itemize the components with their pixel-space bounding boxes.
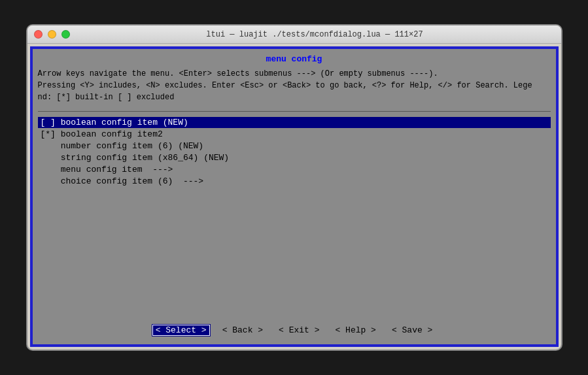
window: ltui — luajit ./tests/mconfdialog.lua — … [26, 24, 562, 351]
help-line-1: Arrow keys navigate the menu. <Enter> se… [38, 68, 551, 80]
menu-item-2[interactable]: number config item (6) (NEW) [38, 140, 551, 152]
button-2[interactable]: < Exit > [275, 324, 323, 336]
menu-item-1[interactable]: [*] boolean config item2 [38, 129, 551, 140]
maximize-button[interactable] [61, 30, 70, 39]
close-button[interactable] [34, 30, 43, 39]
button-4[interactable]: < Save > [388, 324, 436, 336]
titlebar: ltui — luajit ./tests/mconfdialog.lua — … [27, 25, 561, 44]
divider [38, 111, 551, 112]
help-line-3: nd: [*] built-in [ ] excluded [38, 91, 551, 103]
terminal: menu config Arrow keys navigate the menu… [30, 46, 559, 347]
menu-list: [ ] boolean config item (NEW)[*] boolean… [38, 117, 551, 319]
button-bar: < Select >< Back >< Exit >< Help >< Save… [38, 319, 551, 339]
button-0[interactable]: < Select > [152, 324, 211, 336]
menu-item-4[interactable]: menu config item ---> [38, 164, 551, 175]
minimize-button[interactable] [48, 30, 56, 39]
menu-item-5[interactable]: choice config item (6) ---> [38, 176, 551, 187]
window-title: ltui — luajit ./tests/mconfdialog.lua — … [75, 30, 555, 39]
menu-item-3[interactable]: string config item (x86_64) (NEW) [38, 152, 551, 163]
menu-item-0[interactable]: [ ] boolean config item (NEW) [38, 117, 551, 128]
help-text: Arrow keys navigate the menu. <Enter> se… [38, 68, 551, 103]
button-1[interactable]: < Back > [218, 324, 267, 336]
help-line-2: Pressing <Y> includes, <N> excludes. Ent… [38, 80, 551, 91]
menu-title: menu config [38, 54, 551, 64]
button-3[interactable]: < Help > [332, 324, 380, 336]
